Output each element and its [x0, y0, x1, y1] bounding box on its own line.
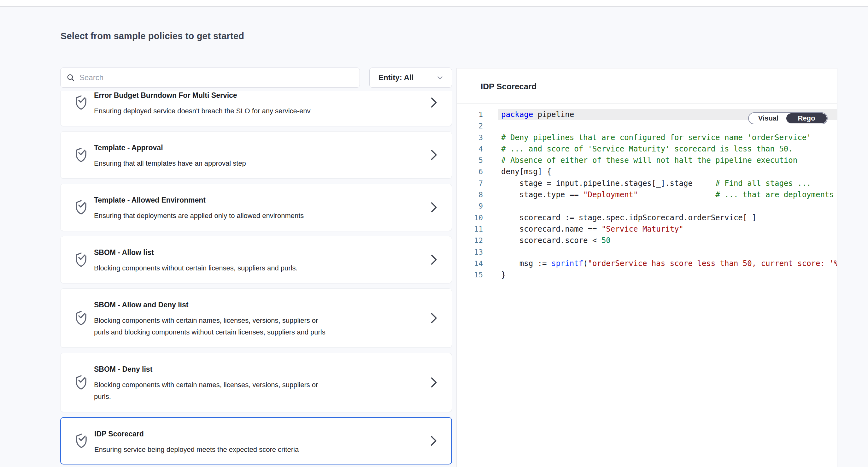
line-number: 11	[457, 224, 483, 235]
code-token: # Deny pipelines that are configured for…	[501, 133, 811, 142]
chevron-right-icon[interactable]	[429, 312, 438, 324]
code-line-content: scorecard.name == "Service Maturity"	[498, 224, 837, 235]
code-token: "orderService has score less than 50, cu…	[588, 259, 837, 268]
code-line: 4# ... and score of 'Service Maturity' s…	[457, 143, 837, 155]
code-token: (	[583, 259, 588, 268]
toggle-option-visual[interactable]: Visual	[749, 113, 788, 124]
code-token: package	[501, 110, 533, 119]
code-line: 11 scorecard.name == "Service Maturity"	[457, 224, 837, 235]
code-token: scorecard.name ==	[501, 225, 601, 233]
code-token: stage.type ==	[501, 190, 583, 199]
code-line-content: # Absence of either of these will not ha…	[498, 155, 837, 166]
policy-card[interactable]: IDP Scorecard Ensuring service being dep…	[60, 417, 452, 465]
chevron-right-icon[interactable]	[429, 202, 438, 213]
code-token	[638, 190, 715, 199]
chevron-right-icon[interactable]	[429, 377, 438, 388]
policy-description: Blocking components with certain names, …	[94, 315, 378, 338]
line-number: 13	[457, 246, 483, 258]
code-token: }	[501, 270, 505, 279]
code-line: 15}	[457, 269, 837, 281]
policy-title: SBOM - Deny list	[94, 364, 152, 374]
entity-filter-dropdown[interactable]: Entity: All	[369, 67, 452, 88]
code-line-content: stage.type == "Deployment" # ... that ar…	[498, 189, 837, 200]
shield-check-icon	[73, 252, 89, 268]
code-token: scorecard.score <	[501, 236, 601, 245]
code-line-content: # ... and score of 'Service Maturity' sc…	[498, 143, 837, 155]
policy-card[interactable]: SBOM - Deny list Blocking components wit…	[60, 353, 452, 412]
code-line: 12 scorecard.score < 50	[457, 235, 837, 246]
page-title: Select from sample policies to get start…	[61, 31, 244, 41]
code-line-content: deny[msg] {	[498, 166, 837, 177]
chevron-right-icon[interactable]	[429, 97, 438, 108]
search-box[interactable]	[60, 67, 360, 88]
code-token: deny[msg] {	[501, 167, 551, 176]
policy-card[interactable]: Error Budget Burndown For Multi Service …	[60, 91, 452, 126]
toggle-option-rego[interactable]: Rego	[786, 113, 827, 123]
code-token: stage = input.pipeline.stages[_].stage	[501, 179, 715, 188]
code-line: 6deny[msg] {	[457, 166, 837, 177]
chevron-right-icon[interactable]	[429, 149, 438, 160]
policy-title: SBOM - Allow list	[94, 248, 154, 257]
chevron-right-icon[interactable]	[429, 254, 438, 265]
line-number: 7	[457, 178, 483, 189]
line-number: 1	[457, 109, 483, 120]
code-line: 14 msg := sprintf("orderService has scor…	[457, 258, 837, 269]
line-number: 14	[457, 258, 483, 269]
policy-description: Ensuring deployed service doesn't breach…	[94, 105, 378, 117]
code-token: # Find all stages ...	[715, 179, 811, 188]
policy-description: Ensuring that deployments are applied on…	[94, 210, 378, 222]
code-token: # Absence of either of these will not ha…	[501, 156, 797, 165]
preview-title: IDP Scorecard	[481, 82, 536, 91]
shield-check-icon	[74, 433, 89, 449]
policy-title: Error Budget Burndown For Multi Service	[94, 91, 237, 100]
chevron-down-icon	[436, 74, 444, 82]
policy-card[interactable]: SBOM - Allow and Deny list Blocking comp…	[60, 288, 452, 348]
visual-rego-toggle[interactable]: Visual Rego	[748, 112, 828, 124]
line-number: 15	[457, 269, 483, 281]
code-line-content: scorecard.score < 50	[498, 235, 837, 246]
code-line-content: }	[498, 269, 837, 281]
search-input[interactable]	[80, 73, 354, 82]
code-line: 8 stage.type == "Deployment" # ... that …	[457, 189, 837, 200]
line-number: 2	[457, 120, 483, 132]
policy-list: Error Budget Burndown For Multi Service …	[60, 91, 452, 467]
code-line-content: stage = input.pipeline.stages[_].stage #…	[498, 178, 837, 189]
code-token: "Service Maturity"	[601, 225, 683, 233]
policy-title: Template - Allowed Environment	[94, 195, 206, 205]
line-number: 9	[457, 200, 483, 212]
line-number: 10	[457, 212, 483, 224]
policy-description: Blocking components without certain lice…	[94, 262, 378, 274]
code-line-content	[498, 246, 837, 258]
code-line-content	[498, 200, 837, 212]
code-token: msg :=	[501, 259, 551, 268]
code-token: sprintf	[551, 259, 583, 268]
policy-card[interactable]: SBOM - Allow list Blocking components wi…	[60, 236, 452, 283]
policy-preview-panel: IDP Scorecard 1package pipeline23# Deny …	[456, 68, 837, 467]
divider	[457, 104, 837, 104]
policy-title: SBOM - Allow and Deny list	[94, 300, 188, 310]
line-number: 5	[457, 155, 483, 166]
policy-title: IDP Scorecard	[94, 429, 144, 439]
policy-title: Template - Approval	[94, 143, 163, 152]
code-token: "Deployment"	[583, 190, 638, 199]
code-token: pipeline	[533, 110, 574, 119]
code-editor: 1package pipeline23# Deny pipelines that…	[457, 108, 837, 281]
chevron-right-icon[interactable]	[429, 435, 438, 446]
line-number: 12	[457, 235, 483, 246]
entity-filter-label: Entity: All	[378, 73, 413, 82]
code-line: 10 scorecard := stage.spec.idpScorecard.…	[457, 212, 837, 224]
shield-check-icon	[73, 374, 89, 391]
policy-card[interactable]: Template - Approval Ensuring that all te…	[60, 131, 452, 179]
policy-card[interactable]: Template - Allowed Environment Ensuring …	[60, 184, 452, 231]
line-number: 6	[457, 166, 483, 177]
code-line: 9	[457, 200, 837, 212]
code-token: # ... that are deployments	[715, 190, 834, 199]
code-line: 3# Deny pipelines that are configured fo…	[457, 132, 837, 143]
search-icon	[66, 73, 75, 82]
line-number: 8	[457, 189, 483, 200]
code-token: # ... and score of 'Service Maturity' sc…	[501, 145, 793, 153]
line-number: 4	[457, 143, 483, 155]
code-token: scorecard := stage.spec.idpScorecard.ord…	[501, 213, 756, 222]
shield-check-icon	[73, 94, 89, 111]
policy-description: Blocking components with certain names, …	[94, 379, 378, 402]
